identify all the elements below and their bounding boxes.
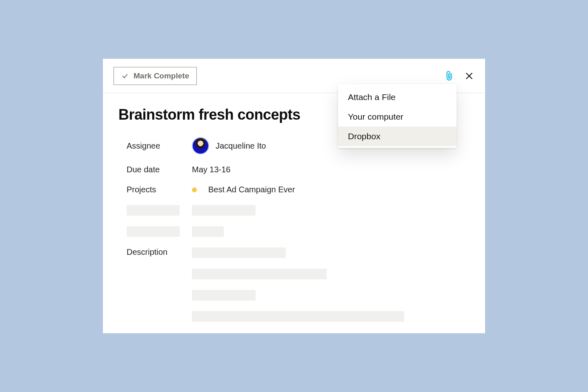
- assignee-label: Assignee: [127, 141, 192, 151]
- skeleton-label: [127, 226, 180, 237]
- attach-popover-title: Attach a File: [338, 88, 457, 107]
- project-name: Best Ad Campaign Ever: [208, 185, 295, 194]
- attach-popover: Attach a File Your computer Dropbox: [338, 84, 457, 148]
- toolbar-right: [445, 71, 474, 81]
- close-icon[interactable]: [465, 71, 474, 80]
- skeleton-line: [192, 311, 404, 322]
- skeleton-value: [192, 226, 224, 237]
- attach-icon[interactable]: [445, 71, 454, 81]
- toolbar: Mark Complete Attach a File Your compute…: [103, 59, 485, 93]
- avatar: [192, 137, 209, 154]
- skeleton-line: [192, 247, 286, 258]
- description-value[interactable]: [192, 247, 404, 322]
- projects-label: Projects: [127, 185, 192, 194]
- mark-complete-button[interactable]: Mark Complete: [114, 67, 197, 85]
- field-due-date: Due date May 13-16: [118, 165, 470, 174]
- due-date-label: Due date: [127, 165, 192, 174]
- skeleton-line: [192, 269, 327, 279]
- assignee-value[interactable]: Jacqueline Ito: [192, 137, 266, 154]
- skeleton-value: [192, 205, 256, 216]
- attach-option-dropbox[interactable]: Dropbox: [338, 127, 457, 146]
- assignee-name: Jacqueline Ito: [216, 141, 266, 151]
- mark-complete-label: Mark Complete: [134, 71, 189, 80]
- field-projects: Projects Best Ad Campaign Ever: [118, 185, 470, 194]
- project-color-dot: [192, 187, 197, 192]
- projects-value[interactable]: Best Ad Campaign Ever: [192, 185, 295, 194]
- field-description: Description: [118, 247, 470, 322]
- due-date-value[interactable]: May 13-16: [192, 165, 231, 174]
- skeleton-label: [127, 205, 180, 216]
- due-date-text: May 13-16: [192, 165, 231, 174]
- task-card: Mark Complete Attach a File Your compute…: [103, 59, 485, 333]
- skeleton-line: [192, 290, 256, 301]
- field-placeholder-2: [118, 226, 470, 237]
- check-icon: [121, 72, 129, 80]
- description-label: Description: [127, 247, 192, 257]
- field-placeholder-1: [118, 205, 470, 216]
- attach-option-your-computer[interactable]: Your computer: [338, 107, 457, 127]
